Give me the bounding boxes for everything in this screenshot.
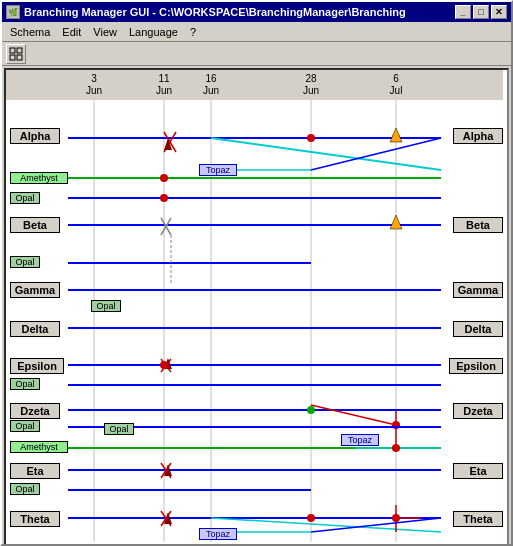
main-window: 🌿 Branching Manager GUI - C:\WORKSPACE\B… [0,0,513,546]
svg-point-46 [160,361,168,369]
svg-line-73 [311,518,441,532]
toolbar [2,42,511,66]
row-label-amethyst2-left: Amethyst [10,441,68,453]
svg-line-44 [161,359,171,372]
svg-marker-37 [390,215,402,229]
svg-point-25 [307,134,315,142]
row-label-beta-left: Beta [10,217,60,233]
svg-line-35 [161,218,171,235]
title-bar: 🌿 Branching Manager GUI - C:\WORKSPACE\B… [2,2,511,22]
svg-text:Jun: Jun [203,85,219,96]
svg-rect-2 [10,55,15,60]
svg-point-53 [307,406,315,414]
row-label-opal1-left: Opal [10,192,40,204]
chart-svg: 3 Jun 11 Jun 16 Jun 28 Jun 6 Jul [6,70,503,542]
row-label-opal5-left: Opal [10,420,40,432]
svg-marker-27 [390,128,402,142]
svg-line-21 [211,138,441,170]
menu-view[interactable]: View [87,25,123,39]
app-icon: 🌿 [6,5,20,19]
svg-line-43 [161,359,171,372]
toolbar-grid-button[interactable] [6,44,26,64]
tag-topaz-theta: Topaz [199,528,237,540]
row-label-epsilon-left: Epsilon [10,358,64,374]
row-label-eta-right: Eta [453,463,503,479]
row-label-theta-left: Theta [10,511,60,527]
row-label-alpha-left: Alpha [10,128,60,144]
minimize-button[interactable]: _ [455,5,471,19]
svg-line-22 [164,132,176,152]
row-label-delta-right: Delta [453,321,503,337]
tag-opal-dzeta: Opal [104,423,134,435]
window-controls: _ □ ✕ [455,5,507,19]
branching-chart: 3 Jun 11 Jun 16 Jun 28 Jun 6 Jul [6,70,507,544]
svg-point-56 [392,444,400,452]
svg-marker-24 [164,138,172,150]
svg-text:Jun: Jun [303,85,319,96]
svg-marker-60 [164,464,172,476]
close-button[interactable]: ✕ [491,5,507,19]
tag-topaz-alpha: Topaz [199,164,237,176]
svg-text:Jul: Jul [390,85,403,96]
menu-edit[interactable]: Edit [56,25,87,39]
row-label-dzeta-right: Dzeta [453,403,503,419]
svg-text:Jun: Jun [156,85,172,96]
svg-marker-45 [164,358,172,369]
menu-language[interactable]: Language [123,25,184,39]
row-label-delta-left: Delta [10,321,60,337]
svg-text:16: 16 [205,73,217,84]
svg-point-31 [160,194,168,202]
svg-marker-65 [164,512,172,524]
row-label-opal6-left: Opal [10,483,40,495]
row-label-opal4-left: Opal [10,378,40,390]
svg-point-67 [307,514,315,522]
svg-line-63 [161,511,171,526]
svg-text:Jun: Jun [86,85,102,96]
svg-line-64 [161,511,171,526]
row-label-beta-right: Beta [453,217,503,233]
svg-text:6: 6 [393,73,399,84]
row-label-theta-right: Theta [453,511,503,527]
svg-line-49 [311,405,396,425]
svg-point-29 [160,174,168,182]
svg-line-33 [311,138,441,170]
svg-line-58 [161,463,171,478]
svg-rect-0 [10,48,15,53]
menu-bar: Schema Edit View Language ? [2,22,511,42]
menu-schema[interactable]: Schema [4,25,56,39]
svg-text:11: 11 [158,73,170,84]
row-label-epsilon-right: Epsilon [449,358,503,374]
window-title: Branching Manager GUI - C:\WORKSPACE\Bra… [24,6,406,18]
tag-topaz-dzeta: Topaz [341,434,379,446]
svg-point-69 [392,514,400,522]
svg-line-59 [161,463,171,478]
menu-help[interactable]: ? [184,25,202,39]
row-label-eta-left: Eta [10,463,60,479]
svg-point-50 [392,421,400,429]
svg-text:3: 3 [91,73,97,84]
svg-rect-4 [6,70,503,100]
row-label-amethyst-left: Amethyst [10,172,68,184]
svg-line-23 [164,132,176,152]
row-label-gamma-right: Gamma [453,282,503,298]
row-label-dzeta-left: Dzeta [10,403,60,419]
maximize-button[interactable]: □ [473,5,489,19]
row-label-alpha-right: Alpha [453,128,503,144]
svg-rect-3 [17,55,22,60]
svg-line-66 [211,518,441,532]
row-label-gamma-left: Gamma [10,282,60,298]
svg-point-26 [392,134,400,142]
row-label-opal2-left: Opal [10,256,40,268]
chart-area: 3 Jun 11 Jun 16 Jun 28 Jun 6 Jul [4,68,509,546]
svg-text:28: 28 [305,73,317,84]
svg-line-36 [161,218,171,235]
svg-rect-1 [17,48,22,53]
row-label-opal3-left: Opal [91,300,121,312]
